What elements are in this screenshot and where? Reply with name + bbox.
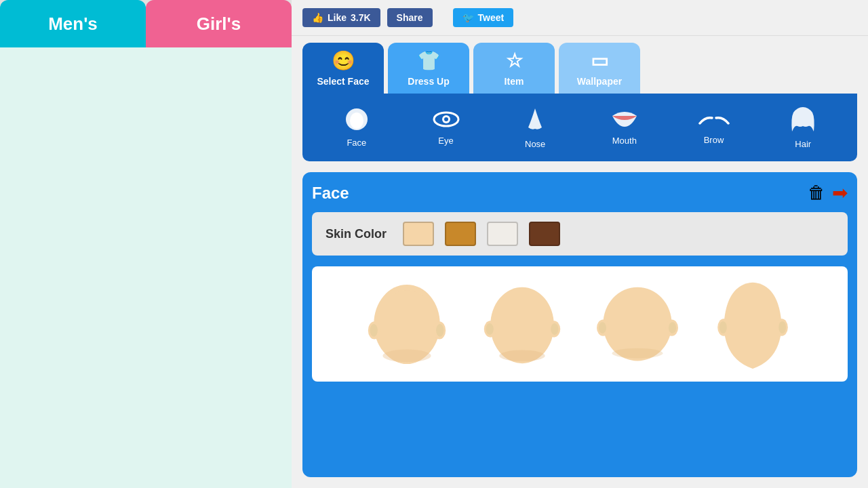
- thumbsup-icon: 👍: [312, 12, 323, 23]
- sidebar: Men's Girl's: [0, 0, 292, 488]
- shirt-icon: 👕: [417, 49, 441, 72]
- eye-feature-icon: [433, 109, 460, 133]
- skin-color-dark[interactable]: [529, 222, 560, 246]
- tab-select-face[interactable]: 😊 Select Face: [302, 43, 384, 94]
- face-feature-icon: [344, 107, 369, 135]
- svg-point-25: [719, 321, 727, 333]
- frame-icon: ▭: [591, 49, 608, 72]
- svg-point-1: [350, 113, 363, 129]
- sidebar-tabs: Men's Girl's: [0, 0, 292, 47]
- mens-label: Men's: [48, 14, 98, 35]
- skin-color-pale[interactable]: [487, 222, 518, 246]
- svg-point-23: [612, 348, 663, 359]
- face-shape-3[interactable]: [587, 273, 688, 375]
- twitter-icon: 🐦: [462, 12, 474, 23]
- face-shape-4[interactable]: [702, 273, 804, 375]
- svg-point-22: [669, 322, 676, 333]
- girls-label: Girl's: [197, 14, 241, 35]
- skin-color-label: Skin Color: [326, 227, 387, 241]
- tweet-button[interactable]: 🐦 Tweet: [453, 8, 514, 27]
- tab-item[interactable]: ☆ Item: [473, 43, 555, 94]
- feature-tab-nose[interactable]: Nose: [492, 100, 578, 155]
- trash-icon: 🗑: [808, 182, 825, 203]
- svg-point-17: [499, 350, 545, 361]
- svg-point-20: [599, 322, 606, 333]
- feature-tab-face-label: Face: [347, 138, 366, 148]
- feature-tab-hair-label: Hair: [795, 139, 811, 149]
- main-area: 👍 Like 3.7K Share 🐦 Tweet 😊 Select Face …: [292, 0, 868, 488]
- share-button[interactable]: Share: [387, 8, 433, 27]
- sidebar-content: [0, 47, 292, 488]
- faces-grid: [312, 266, 848, 382]
- feature-tab-brow[interactable]: Brow: [671, 100, 757, 155]
- face-shape-2[interactable]: [471, 273, 573, 375]
- nose-feature-icon: [525, 106, 545, 136]
- tab-select-face-label: Select Face: [317, 76, 369, 87]
- skin-color-light[interactable]: [403, 222, 434, 246]
- tweet-label: Tweet: [478, 12, 505, 23]
- tab-dress-up-label: Dress Up: [408, 76, 449, 87]
- nav-tabs: 😊 Select Face 👕 Dress Up ☆ Item ▭ Wallpa…: [292, 36, 868, 94]
- skin-color-tan[interactable]: [445, 222, 476, 246]
- svg-point-27: [778, 321, 786, 333]
- feature-tab-hair[interactable]: Hair: [760, 100, 846, 155]
- hair-feature-icon: [788, 106, 818, 136]
- tab-wallpaper-label: Wallpaper: [577, 76, 622, 87]
- skin-color-row: Skin Color: [312, 212, 848, 256]
- arrow-right-icon: ➡: [832, 182, 848, 203]
- svg-point-11: [382, 350, 431, 363]
- share-label: Share: [397, 12, 423, 23]
- sidebar-tab-girls[interactable]: Girl's: [146, 0, 292, 47]
- smiley-icon: 😊: [332, 49, 355, 72]
- face-shape-1[interactable]: [356, 273, 458, 375]
- feature-tab-mouth-label: Mouth: [612, 136, 637, 146]
- feature-tabs: Face Eye Nose: [302, 94, 857, 161]
- feature-tab-mouth[interactable]: Mouth: [581, 100, 668, 155]
- tab-dress-up[interactable]: 👕 Dress Up: [388, 43, 469, 94]
- sidebar-tab-mens[interactable]: Men's: [0, 0, 146, 47]
- svg-point-10: [436, 324, 443, 337]
- feature-tab-face[interactable]: Face: [313, 100, 400, 155]
- feature-tab-nose-label: Nose: [525, 139, 545, 149]
- like-button[interactable]: 👍 Like 3.7K: [302, 8, 380, 27]
- feature-tab-eye[interactable]: Eye: [403, 100, 490, 155]
- brow-feature-icon: [698, 110, 730, 132]
- social-bar: 👍 Like 3.7K Share 🐦 Tweet: [292, 0, 868, 36]
- like-count: 3.7K: [351, 12, 371, 23]
- svg-point-16: [551, 323, 558, 335]
- svg-point-8: [370, 324, 378, 337]
- svg-point-4: [444, 117, 448, 121]
- feature-tab-eye-label: Eye: [438, 136, 453, 146]
- next-button[interactable]: ➡: [832, 182, 848, 204]
- face-panel-header: Face 🗑 ➡: [312, 182, 848, 204]
- star-icon: ☆: [506, 49, 523, 72]
- tab-item-label: Item: [505, 76, 524, 87]
- feature-tab-brow-label: Brow: [704, 135, 724, 145]
- face-panel: Face 🗑 ➡ Skin Color: [302, 172, 857, 477]
- face-panel-title: Face: [312, 184, 349, 203]
- face-panel-actions: 🗑 ➡: [808, 182, 848, 204]
- tab-wallpaper[interactable]: ▭ Wallpaper: [559, 43, 640, 94]
- mouth-feature-icon: [610, 109, 639, 133]
- trash-button[interactable]: 🗑: [808, 182, 825, 203]
- like-label: Like: [328, 12, 347, 23]
- svg-point-14: [486, 323, 494, 335]
